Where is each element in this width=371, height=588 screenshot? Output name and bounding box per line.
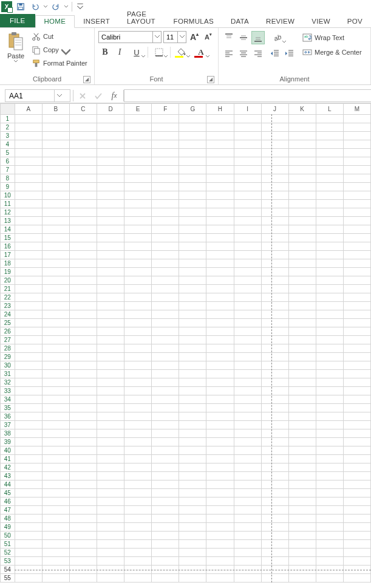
paste-button[interactable]: Paste <box>4 30 28 75</box>
cell[interactable] <box>234 140 261 149</box>
cell[interactable] <box>316 429 343 438</box>
cell[interactable] <box>124 421 152 429</box>
cell[interactable] <box>15 319 42 327</box>
cell[interactable] <box>288 523 316 532</box>
cell[interactable] <box>316 310 343 319</box>
cell[interactable] <box>234 480 261 489</box>
row-header[interactable]: 51 <box>1 540 15 549</box>
row-header[interactable]: 25 <box>1 319 15 327</box>
cell[interactable] <box>288 225 316 234</box>
cell[interactable] <box>234 429 261 438</box>
tab-home[interactable]: HOME <box>35 15 75 28</box>
cell[interactable] <box>343 438 370 446</box>
cell[interactable] <box>15 497 42 506</box>
cell[interactable] <box>124 540 152 549</box>
cell[interactable] <box>97 438 124 446</box>
cell[interactable] <box>69 183 97 191</box>
cell[interactable] <box>316 319 343 327</box>
cell[interactable] <box>234 387 261 395</box>
cell[interactable] <box>15 310 42 319</box>
cell[interactable] <box>152 549 179 557</box>
cell[interactable] <box>179 268 206 276</box>
cell[interactable] <box>179 387 206 395</box>
cell[interactable] <box>234 532 261 540</box>
cell[interactable] <box>343 455 370 463</box>
cell[interactable] <box>124 115 152 123</box>
cell[interactable] <box>42 302 69 310</box>
cell[interactable] <box>15 353 42 361</box>
cell[interactable] <box>69 251 97 259</box>
cell[interactable] <box>343 412 370 421</box>
cell[interactable] <box>179 123 206 132</box>
cell[interactable] <box>124 412 152 421</box>
cut-button[interactable]: Cut <box>30 30 89 43</box>
cell[interactable] <box>206 276 234 285</box>
cell[interactable] <box>343 285 370 293</box>
row-header[interactable]: 48 <box>1 514 15 523</box>
cell[interactable] <box>124 157 152 166</box>
cell[interactable] <box>261 370 288 378</box>
cell[interactable] <box>97 149 124 157</box>
cell[interactable] <box>316 140 343 149</box>
cell[interactable] <box>261 557 288 566</box>
cell[interactable] <box>316 166 343 174</box>
cell[interactable] <box>288 157 316 166</box>
cell[interactable] <box>15 132 42 140</box>
cell[interactable] <box>152 200 179 208</box>
cell[interactable] <box>42 174 69 183</box>
row-header[interactable]: 29 <box>1 353 15 361</box>
cell[interactable] <box>69 285 97 293</box>
cell[interactable] <box>288 455 316 463</box>
cell[interactable] <box>97 234 124 242</box>
cell[interactable] <box>316 455 343 463</box>
cell[interactable] <box>316 191 343 200</box>
cell[interactable] <box>42 251 69 259</box>
cell[interactable] <box>206 191 234 200</box>
cell[interactable] <box>42 149 69 157</box>
cell[interactable] <box>234 523 261 532</box>
cell[interactable] <box>343 446 370 455</box>
customize-qat-button[interactable] <box>76 1 84 13</box>
cell[interactable] <box>234 540 261 549</box>
increase-indent-button[interactable] <box>283 47 296 60</box>
cell[interactable] <box>343 149 370 157</box>
cell[interactable] <box>97 472 124 480</box>
cell[interactable] <box>42 276 69 285</box>
cell[interactable] <box>42 191 69 200</box>
cell[interactable] <box>316 225 343 234</box>
cell[interactable] <box>179 251 206 259</box>
cell[interactable] <box>69 234 97 242</box>
cell[interactable] <box>234 302 261 310</box>
cell[interactable] <box>152 472 179 480</box>
cell[interactable] <box>316 242 343 251</box>
cell[interactable] <box>261 353 288 361</box>
align-right-button[interactable] <box>251 47 265 60</box>
cell[interactable] <box>152 293 179 302</box>
cell[interactable] <box>316 268 343 276</box>
row-header[interactable]: 2 <box>1 123 15 132</box>
cell[interactable] <box>234 276 261 285</box>
column-header[interactable]: B <box>42 104 69 115</box>
cell[interactable] <box>97 412 124 421</box>
cell[interactable] <box>206 463 234 472</box>
cell[interactable] <box>124 234 152 242</box>
cell[interactable] <box>97 378 124 387</box>
cell[interactable] <box>42 489 69 497</box>
cell[interactable] <box>343 302 370 310</box>
cell[interactable] <box>343 480 370 489</box>
cell[interactable] <box>42 285 69 293</box>
cell[interactable] <box>343 132 370 140</box>
cell[interactable] <box>179 412 206 421</box>
cell[interactable] <box>316 115 343 123</box>
cell[interactable] <box>343 217 370 225</box>
cell[interactable] <box>343 489 370 497</box>
cell[interactable] <box>179 540 206 549</box>
cell[interactable] <box>152 506 179 514</box>
row-header[interactable]: 10 <box>1 191 15 200</box>
cell[interactable] <box>206 285 234 293</box>
cell[interactable] <box>15 183 42 191</box>
cell[interactable] <box>261 234 288 242</box>
cell[interactable] <box>288 344 316 353</box>
cell[interactable] <box>97 540 124 549</box>
cell[interactable] <box>234 370 261 378</box>
